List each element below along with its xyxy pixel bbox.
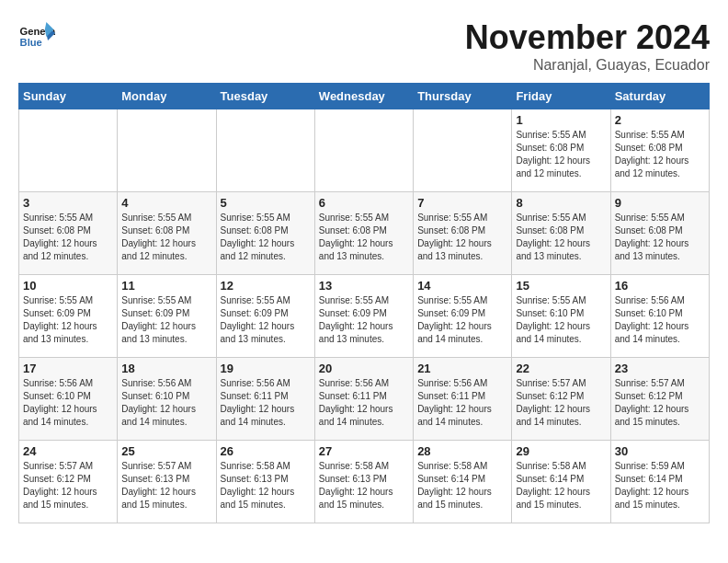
day-number: 21 (417, 362, 507, 375)
day-info: Sunrise: 5:55 AM Sunset: 6:09 PM Dayligh… (23, 294, 113, 346)
calendar-cell: 8Sunrise: 5:55 AM Sunset: 6:08 PM Daylig… (512, 192, 610, 275)
day-info: Sunrise: 5:56 AM Sunset: 6:11 PM Dayligh… (417, 377, 507, 429)
calendar-cell: 16Sunrise: 5:56 AM Sunset: 6:10 PM Dayli… (610, 275, 709, 358)
calendar-week-row: 24Sunrise: 5:57 AM Sunset: 6:12 PM Dayli… (19, 441, 710, 523)
calendar-cell: 12Sunrise: 5:55 AM Sunset: 6:09 PM Dayli… (216, 275, 314, 358)
calendar-cell: 1Sunrise: 5:55 AM Sunset: 6:08 PM Daylig… (512, 109, 610, 192)
day-number: 12 (221, 279, 311, 293)
header: General Blue November 2024 Naranjal, Gua… (18, 18, 710, 74)
logo: General Blue (18, 18, 55, 55)
day-number: 18 (121, 362, 211, 375)
day-info: Sunrise: 5:55 AM Sunset: 6:09 PM Dayligh… (221, 294, 311, 346)
calendar-cell: 23Sunrise: 5:57 AM Sunset: 6:12 PM Dayli… (610, 358, 709, 441)
calendar-cell: 20Sunrise: 5:56 AM Sunset: 6:11 PM Dayli… (314, 358, 413, 441)
day-number: 13 (319, 279, 409, 293)
weekday-header-row: SundayMondayTuesdayWednesdayThursdayFrid… (19, 84, 710, 109)
calendar-cell: 21Sunrise: 5:56 AM Sunset: 6:11 PM Dayli… (414, 358, 512, 441)
weekday-header: Saturday (610, 84, 709, 109)
day-number: 9 (615, 196, 705, 210)
day-info: Sunrise: 5:55 AM Sunset: 6:08 PM Dayligh… (615, 129, 705, 180)
day-info: Sunrise: 5:59 AM Sunset: 6:14 PM Dayligh… (615, 460, 705, 511)
day-number: 2 (615, 113, 705, 127)
calendar: SundayMondayTuesdayWednesdayThursdayFrid… (18, 83, 710, 523)
calendar-cell: 19Sunrise: 5:56 AM Sunset: 6:11 PM Dayli… (216, 358, 314, 441)
calendar-week-row: 1Sunrise: 5:55 AM Sunset: 6:08 PM Daylig… (19, 109, 710, 192)
day-info: Sunrise: 5:55 AM Sunset: 6:08 PM Dayligh… (23, 212, 113, 263)
day-number: 16 (615, 279, 705, 293)
day-number: 14 (417, 279, 507, 293)
day-number: 22 (516, 362, 606, 375)
day-number: 15 (516, 279, 606, 293)
calendar-week-row: 10Sunrise: 5:55 AM Sunset: 6:09 PM Dayli… (19, 275, 710, 358)
weekday-header: Sunday (19, 84, 118, 109)
svg-text:Blue: Blue (20, 37, 42, 48)
day-info: Sunrise: 5:55 AM Sunset: 6:09 PM Dayligh… (319, 294, 409, 346)
day-number: 3 (23, 196, 113, 210)
calendar-cell: 9Sunrise: 5:55 AM Sunset: 6:08 PM Daylig… (610, 192, 709, 275)
calendar-cell: 28Sunrise: 5:58 AM Sunset: 6:14 PM Dayli… (414, 441, 512, 523)
weekday-header: Wednesday (314, 84, 413, 109)
day-info: Sunrise: 5:56 AM Sunset: 6:10 PM Dayligh… (23, 377, 113, 429)
day-number: 17 (23, 362, 113, 375)
day-info: Sunrise: 5:55 AM Sunset: 6:08 PM Dayligh… (417, 212, 507, 263)
month-title: November 2024 (465, 18, 710, 57)
day-info: Sunrise: 5:55 AM Sunset: 6:08 PM Dayligh… (121, 212, 211, 263)
weekday-header: Friday (512, 84, 610, 109)
calendar-cell: 14Sunrise: 5:55 AM Sunset: 6:09 PM Dayli… (414, 275, 512, 358)
calendar-cell: 27Sunrise: 5:58 AM Sunset: 6:13 PM Dayli… (314, 441, 413, 523)
calendar-cell: 24Sunrise: 5:57 AM Sunset: 6:12 PM Dayli… (19, 441, 118, 523)
calendar-cell: 5Sunrise: 5:55 AM Sunset: 6:08 PM Daylig… (216, 192, 314, 275)
calendar-cell (414, 109, 512, 192)
calendar-cell (118, 109, 216, 192)
day-number: 25 (121, 444, 211, 458)
calendar-cell: 18Sunrise: 5:56 AM Sunset: 6:10 PM Dayli… (118, 358, 216, 441)
calendar-cell (216, 109, 314, 192)
calendar-cell: 4Sunrise: 5:55 AM Sunset: 6:08 PM Daylig… (118, 192, 216, 275)
day-info: Sunrise: 5:57 AM Sunset: 6:13 PM Dayligh… (121, 460, 211, 511)
day-number: 19 (221, 362, 311, 375)
day-number: 20 (319, 362, 409, 375)
day-info: Sunrise: 5:56 AM Sunset: 6:10 PM Dayligh… (615, 294, 705, 346)
calendar-week-row: 17Sunrise: 5:56 AM Sunset: 6:10 PM Dayli… (19, 358, 710, 441)
day-info: Sunrise: 5:57 AM Sunset: 6:12 PM Dayligh… (615, 377, 705, 429)
day-number: 5 (221, 196, 311, 210)
calendar-week-row: 3Sunrise: 5:55 AM Sunset: 6:08 PM Daylig… (19, 192, 710, 275)
day-info: Sunrise: 5:56 AM Sunset: 6:11 PM Dayligh… (221, 377, 311, 429)
day-number: 7 (417, 196, 507, 210)
calendar-cell: 7Sunrise: 5:55 AM Sunset: 6:08 PM Daylig… (414, 192, 512, 275)
weekday-header: Tuesday (216, 84, 314, 109)
day-info: Sunrise: 5:55 AM Sunset: 6:08 PM Dayligh… (319, 212, 409, 263)
day-number: 11 (121, 279, 211, 293)
calendar-cell: 11Sunrise: 5:55 AM Sunset: 6:09 PM Dayli… (118, 275, 216, 358)
calendar-cell: 2Sunrise: 5:55 AM Sunset: 6:08 PM Daylig… (610, 109, 709, 192)
calendar-cell (19, 109, 118, 192)
day-info: Sunrise: 5:58 AM Sunset: 6:13 PM Dayligh… (319, 460, 409, 511)
day-info: Sunrise: 5:55 AM Sunset: 6:09 PM Dayligh… (121, 294, 211, 346)
day-number: 4 (121, 196, 211, 210)
calendar-cell (314, 109, 413, 192)
calendar-cell: 6Sunrise: 5:55 AM Sunset: 6:08 PM Daylig… (314, 192, 413, 275)
day-number: 8 (516, 196, 606, 210)
day-number: 29 (516, 444, 606, 458)
day-number: 30 (615, 444, 705, 458)
day-info: Sunrise: 5:57 AM Sunset: 6:12 PM Dayligh… (516, 377, 606, 429)
day-number: 10 (23, 279, 113, 293)
day-info: Sunrise: 5:55 AM Sunset: 6:08 PM Dayligh… (516, 212, 606, 263)
calendar-cell: 13Sunrise: 5:55 AM Sunset: 6:09 PM Dayli… (314, 275, 413, 358)
day-number: 28 (417, 444, 507, 458)
day-info: Sunrise: 5:58 AM Sunset: 6:14 PM Dayligh… (417, 460, 507, 511)
calendar-cell: 15Sunrise: 5:55 AM Sunset: 6:10 PM Dayli… (512, 275, 610, 358)
calendar-cell: 29Sunrise: 5:58 AM Sunset: 6:14 PM Dayli… (512, 441, 610, 523)
day-number: 23 (615, 362, 705, 375)
day-number: 1 (516, 113, 606, 127)
calendar-cell: 3Sunrise: 5:55 AM Sunset: 6:08 PM Daylig… (19, 192, 118, 275)
location-title: Naranjal, Guayas, Ecuador (465, 57, 710, 74)
calendar-cell: 22Sunrise: 5:57 AM Sunset: 6:12 PM Dayli… (512, 358, 610, 441)
day-info: Sunrise: 5:55 AM Sunset: 6:08 PM Dayligh… (615, 212, 705, 263)
day-info: Sunrise: 5:58 AM Sunset: 6:14 PM Dayligh… (516, 460, 606, 511)
weekday-header: Thursday (414, 84, 512, 109)
day-number: 6 (319, 196, 409, 210)
day-info: Sunrise: 5:56 AM Sunset: 6:10 PM Dayligh… (121, 377, 211, 429)
day-info: Sunrise: 5:55 AM Sunset: 6:08 PM Dayligh… (516, 129, 606, 180)
day-number: 26 (221, 444, 311, 458)
